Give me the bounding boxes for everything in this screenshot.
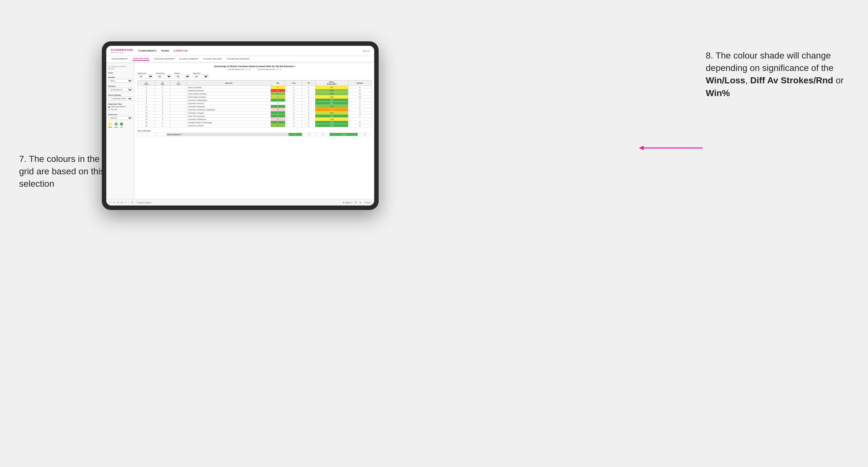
sidebar: Last Updated: 27/03/2024 16:55:38 Team G… — [106, 63, 135, 199]
grid-btn[interactable]: ⊞ — [360, 201, 361, 204]
table-row: 145University of Oklahoma010-1.00 — [138, 118, 372, 121]
table-row: 41Arizona State University5102.2816 — [138, 92, 372, 95]
col-rank: #Rank — [138, 81, 155, 86]
sidebar-gender-section: Gender Men's — [108, 76, 133, 83]
table-row: 82University of Washington1003.673 — [138, 99, 372, 102]
col-win: Win — [271, 81, 285, 86]
grid-area: University of North Carolina Head-to-Hea… — [135, 63, 374, 199]
legend-dot-level — [115, 122, 118, 126]
bottom-toolbar: ↩ ↪ ↻ ⊡ + − ⏱ 🔍 View: Original 👁 Watch ▾… — [106, 199, 374, 206]
tab-player-h2h-heatmap[interactable]: PLAYER H2H HEATMAP — [226, 58, 250, 60]
annotation-right-text: 8. The colour shade will change dependin… — [706, 51, 834, 73]
legend: Down Level Up — [108, 122, 133, 128]
comment-btn[interactable]: 💬 — [355, 201, 357, 204]
filters-row: Opponents: (All) Conference (All) Region — [137, 72, 372, 78]
watch-btn[interactable]: 👁 Watch ▾ — [343, 201, 352, 204]
annotation-right: 8. The colour shade will change dependin… — [706, 49, 849, 99]
tablet-screen: SCOREBOARD Powered by clippd TOURNAMENTS… — [106, 46, 374, 206]
undo-icon[interactable]: ↩ — [110, 201, 111, 204]
out-of-division-row: NCAA Division II10026.003 — [138, 133, 372, 136]
table-row: 21Auburn University2101.679 — [138, 86, 372, 89]
grid-records: Overall Record: 89 - 17 - 0 Division Rec… — [137, 68, 372, 70]
logo-sub: Powered by clippd — [111, 52, 133, 54]
radio-opponents-played[interactable]: Opponents Played — [108, 105, 133, 108]
nav-teams[interactable]: TEAMS — [161, 49, 169, 53]
crop-icon[interactable]: ⊡ — [121, 201, 123, 204]
annotation-bold-3: Win% — [706, 88, 730, 98]
out-of-division: Out of division NCAA Division II10026.00… — [137, 130, 372, 136]
plus-icon[interactable]: + — [125, 201, 126, 204]
filter-opponents: Opponents: (All) — [137, 72, 153, 78]
svg-marker-3 — [639, 146, 644, 150]
table-row: 154Georgia Institute of Technology5004.5… — [138, 121, 372, 124]
col-conf: #Conf — [170, 81, 187, 86]
division-label: Division — [108, 85, 133, 87]
school-label: School (Rank) — [108, 94, 133, 96]
sidebar-school-section: School (Rank) 1. University of Nort... — [108, 94, 133, 100]
colour-by-label: Colour by — [108, 114, 133, 116]
sidebar-colour-by: Colour by Win/loss — [108, 114, 133, 120]
table-row: 162University of Florida3104.629 — [138, 124, 372, 127]
redo-icon[interactable]: ↪ — [113, 201, 115, 204]
out-of-division-label: Out of division — [137, 130, 372, 132]
sidebar-opponent-view: Opponent View Opponents Played Top 100 — [108, 103, 133, 111]
radio-dot-selected — [108, 106, 110, 108]
tablet-device: SCOREBOARD Powered by clippd TOURNAMENTS… — [102, 41, 379, 210]
legend-up: Up — [120, 122, 123, 128]
view-label: 🔍 View: Original — [136, 201, 151, 204]
last-updated: Last Updated: 27/03/2024 16:55:38 — [108, 65, 133, 70]
filter-region: Region (All) — [174, 72, 190, 78]
logo: SCOREBOARD Powered by clippd — [111, 49, 133, 54]
col-opponent: Opponent — [187, 81, 271, 86]
logo-text: SCOREBOARD — [111, 49, 133, 52]
toolbar-right: 👁 Watch ▾ 💬 ⊞ ↗ Share — [343, 201, 371, 204]
annotation-left: 7. The colours in the grid are based on … — [19, 153, 108, 190]
team-label: Team — [108, 72, 133, 74]
table-row: 131Texas Tech University3005.569 — [138, 115, 372, 118]
opponents-select[interactable]: (All) — [137, 74, 153, 78]
minus-icon[interactable]: − — [128, 201, 129, 204]
nav-committee[interactable]: COMMITTEE — [174, 49, 188, 53]
refresh-icon[interactable]: ↻ — [117, 201, 119, 204]
table-row: 123University of Virginia1002.333 — [138, 111, 372, 115]
sidebar-team-section: Team — [108, 72, 133, 74]
sidebar-division-section: Division NCAA Division I — [108, 85, 133, 92]
legend-dot-down — [108, 122, 112, 126]
tab-player-h2h-grid[interactable]: PLAYER H2H GRID — [203, 58, 222, 60]
share-btn[interactable]: ↗ Share — [364, 201, 371, 204]
overall-record: Overall Record: 89 - 17 - 0 — [228, 68, 250, 70]
division-select[interactable]: NCAA Division I — [108, 88, 133, 92]
radio-dot-unselected — [108, 109, 110, 111]
legend-down: Down — [108, 122, 112, 128]
col-reg: #Reg — [155, 81, 170, 86]
col-rounds: Rounds — [348, 81, 371, 86]
tab-player-summary[interactable]: PLAYER SUMMARY — [179, 58, 199, 60]
sign-out[interactable]: Sign out — [363, 50, 370, 52]
colour-by-select[interactable]: Win/loss — [108, 116, 133, 120]
table-row: 32Vanderbilt University040-2.298 — [138, 89, 372, 92]
clock-icon[interactable]: ⏱ — [131, 201, 133, 204]
division-record: Division Record: 88 - 17 - 0 — [258, 68, 281, 70]
annotation-left-text: 7. The colours in the grid are based on … — [19, 154, 105, 189]
arrow-right — [639, 145, 703, 151]
main-content: Last Updated: 27/03/2024 16:55:38 Team G… — [106, 63, 374, 199]
nav-tournaments[interactable]: TOURNAMENTS — [138, 49, 157, 53]
region-select[interactable]: (All) — [174, 74, 190, 78]
legend-level: Level — [114, 122, 118, 128]
school-select[interactable]: 1. University of Nort... — [108, 97, 133, 100]
table-row: 105University of Alabama3002.618 — [138, 105, 372, 108]
col-loss: Loss — [285, 81, 302, 86]
tab-team-h2h-grid[interactable]: TEAM H2H GRID — [132, 58, 150, 61]
radio-top100[interactable]: Top 100 — [108, 108, 133, 111]
conference-select[interactable]: (All) — [156, 74, 172, 78]
tab-team-h2h-heatmap[interactable]: TEAM H2H HEATMAP — [153, 58, 175, 60]
nav-bar: SCOREBOARD Powered by clippd TOURNAMENTS… — [106, 46, 374, 56]
data-table: #Rank #Reg #Conf Opponent Win Loss Tie D… — [137, 80, 372, 127]
opponent-select[interactable]: (All) — [193, 74, 209, 78]
table-row: 116University of Arkansas, Fayetteville0… — [138, 108, 372, 111]
gender-select[interactable]: Men's — [108, 79, 133, 83]
tab-team-summary[interactable]: TEAM SUMMARY — [111, 58, 128, 60]
filter-opponent: Opponent (All) — [193, 72, 209, 78]
out-of-division-table: NCAA Division II10026.003 — [137, 133, 372, 136]
nav-links: TOURNAMENTS TEAMS COMMITTEE — [138, 49, 188, 53]
